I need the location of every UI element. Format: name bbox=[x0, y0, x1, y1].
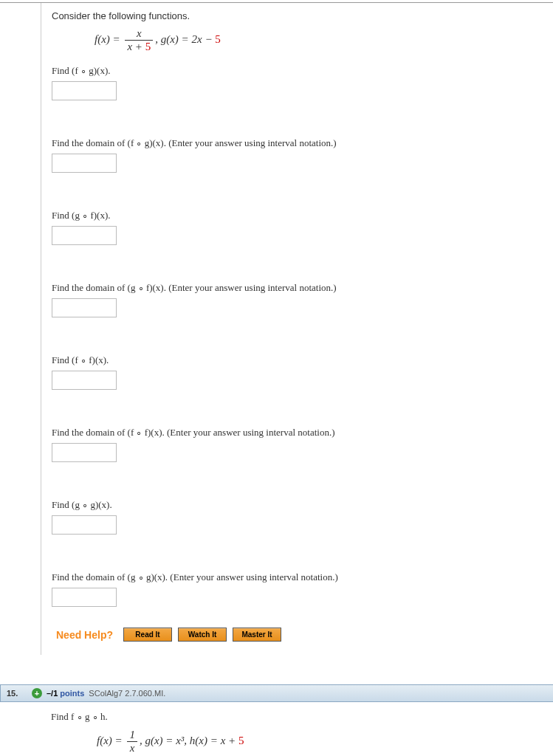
need-help-label: Need Help? bbox=[56, 629, 113, 641]
answer-input-domain-gog[interactable] bbox=[52, 588, 117, 607]
q14-sub2: Find the domain of (f ∘ g)(x). (Enter yo… bbox=[52, 137, 541, 149]
answer-input-domain-fof[interactable] bbox=[52, 443, 117, 462]
q15-gx-hx: , g(x) = x³, h(x) = x + bbox=[140, 735, 238, 746]
q14-equations: f(x) = x x + 5 , g(x) = 2x − 5 bbox=[52, 27, 541, 53]
q15-equations: f(x) = 1 x , g(x) = x³, h(x) = x + 5 bbox=[51, 729, 541, 755]
q14-sub7: Find (g ∘ g)(x). bbox=[52, 499, 541, 511]
expand-icon[interactable]: + bbox=[32, 688, 42, 698]
question-15-body: Find f ∘ g ∘ h. f(x) = 1 x , g(x) = x³, … bbox=[41, 702, 553, 756]
q14-prompt: Consider the following functions. bbox=[52, 10, 541, 21]
gx-const: 5 bbox=[215, 33, 221, 45]
gx-part-a: , g(x) = 2x − bbox=[155, 33, 215, 45]
fx-fraction: x x + 5 bbox=[125, 27, 153, 53]
watch-it-button[interactable]: Watch It bbox=[178, 628, 227, 642]
q15-fx-num: 1 bbox=[127, 729, 137, 741]
q15-find: Find f ∘ g ∘ h. bbox=[51, 711, 541, 723]
q14-sub5: Find (f ∘ f)(x). bbox=[52, 354, 541, 366]
need-help-row: Need Help? Read It Watch It Master It bbox=[52, 628, 541, 642]
q15-fx-den: x bbox=[127, 741, 137, 755]
q15-points: –/1 points bbox=[47, 689, 84, 698]
fx-denominator: x + 5 bbox=[125, 40, 153, 53]
answer-input-gof[interactable] bbox=[52, 226, 117, 245]
answer-input-fog[interactable] bbox=[52, 81, 117, 100]
q15-hx-const: 5 bbox=[238, 735, 244, 746]
answer-input-domain-fog[interactable] bbox=[52, 154, 117, 173]
q14-sub4: Find the domain of (g ∘ f)(x). (Enter yo… bbox=[52, 282, 541, 294]
q14-sub1: Find (f ∘ g)(x). bbox=[52, 65, 541, 77]
q14-sub8: Find the domain of (g ∘ g)(x). (Enter yo… bbox=[52, 571, 541, 583]
q14-sub3: Find (g ∘ f)(x). bbox=[52, 210, 541, 221]
q15-fx-fraction: 1 x bbox=[127, 729, 137, 755]
q15-reference: SColAlg7 2.7.060.MI. bbox=[89, 689, 165, 698]
question-14-body: Consider the following functions. f(x) =… bbox=[41, 3, 553, 655]
q15-number: 15. bbox=[7, 689, 27, 698]
q15-fx-lhs: f(x) = bbox=[97, 735, 125, 746]
question-15-header: 15. + –/1 points SColAlg7 2.7.060.MI. bbox=[0, 684, 553, 702]
answer-input-fof[interactable] bbox=[52, 371, 117, 390]
fx-numerator: x bbox=[125, 27, 153, 40]
master-it-button[interactable]: Master It bbox=[233, 628, 281, 642]
answer-input-gog[interactable] bbox=[52, 515, 117, 535]
read-it-button[interactable]: Read It bbox=[123, 628, 172, 642]
fx-lhs: f(x) = bbox=[95, 33, 123, 45]
q14-sub6: Find the domain of (f ∘ f)(x). (Enter yo… bbox=[52, 427, 541, 439]
answer-input-domain-gof[interactable] bbox=[52, 298, 117, 317]
